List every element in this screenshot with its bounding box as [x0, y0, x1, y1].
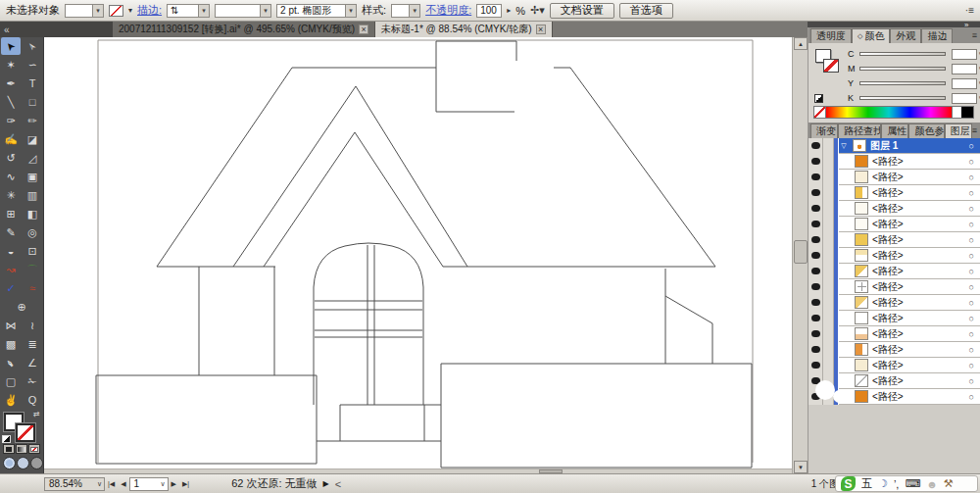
path-label[interactable]: <路径>: [872, 343, 904, 357]
path-label[interactable]: <路径>: [872, 312, 904, 325]
collapse-icon[interactable]: <: [335, 478, 341, 490]
target-icon[interactable]: ○: [969, 267, 974, 276]
full-screen-menu-mode-button[interactable]: [17, 457, 29, 469]
lock-toggle[interactable]: [823, 201, 834, 217]
lock-toggle[interactable]: [823, 358, 834, 373]
visibility-toggle[interactable]: [808, 279, 823, 295]
tab-透明度[interactable]: 透明度: [810, 28, 852, 43]
default-fill-stroke-icon[interactable]: [814, 94, 823, 103]
path-label[interactable]: <路径>: [872, 202, 904, 216]
live-paint-bucket-tool[interactable]: ◒: [1, 242, 21, 260]
measure-tool[interactable]: ✒: [1, 354, 21, 371]
path-row[interactable]: <路径>○: [808, 170, 980, 185]
type-tool[interactable]: T: [23, 74, 42, 92]
punctuation-toggle[interactable]: ’,: [894, 478, 900, 490]
target-icon[interactable]: ○: [969, 314, 974, 323]
knife-tool[interactable]: ✁: [23, 372, 42, 390]
stroke-swatch[interactable]: [16, 423, 35, 442]
path-label[interactable]: <路径>: [872, 374, 904, 388]
expand-icon[interactable]: ▶: [323, 479, 329, 488]
ime-mode-toggle[interactable]: 五: [861, 476, 872, 491]
channel-value-input[interactable]: [952, 49, 977, 60]
path-label[interactable]: <路径>: [872, 233, 904, 247]
visibility-toggle[interactable]: [808, 264, 823, 279]
live-paint-selection-tool[interactable]: ⊡: [23, 242, 42, 260]
path-label[interactable]: <路径>: [872, 155, 904, 169]
lock-toggle[interactable]: [823, 170, 834, 185]
path-row[interactable]: <路径>○: [808, 295, 980, 311]
path-label[interactable]: <路径>: [872, 327, 904, 341]
selection-column[interactable]: [834, 232, 839, 248]
tab-属性[interactable]: 属性: [881, 123, 908, 138]
selection-column[interactable]: [834, 217, 839, 232]
selection-column[interactable]: [834, 154, 839, 170]
selection-column[interactable]: [834, 326, 839, 342]
variable-width-dropdown[interactable]: ▾: [215, 4, 271, 18]
rectangle-tool[interactable]: □: [23, 93, 42, 111]
selection-column[interactable]: [834, 201, 839, 217]
full-screen-mode-button[interactable]: [30, 457, 43, 469]
chevron-down-icon[interactable]: ▾: [128, 6, 132, 15]
visibility-toggle[interactable]: [808, 232, 823, 248]
lock-toggle[interactable]: [823, 138, 834, 154]
first-page-icon[interactable]: |◀: [108, 480, 115, 488]
tab-路径查找[interactable]: 路径查找: [838, 123, 881, 138]
control-bar-menu-icon[interactable]: ·≡: [965, 5, 974, 16]
visibility-toggle[interactable]: [808, 295, 823, 311]
scroll-down-icon[interactable]: ▼: [794, 461, 808, 473]
magic-wand-tool[interactable]: ✶: [1, 56, 21, 74]
none-mode-button[interactable]: [28, 444, 40, 454]
pointer-options-icon[interactable]: ✢▾: [530, 4, 545, 17]
selection-column[interactable]: [834, 358, 839, 373]
preferences-button[interactable]: 首选项: [619, 3, 673, 19]
tab-外观[interactable]: 外观: [890, 28, 921, 43]
lock-toggle[interactable]: [823, 232, 834, 248]
eyedropper-tool[interactable]: ✎: [1, 223, 21, 241]
ruler-tool[interactable]: ∠: [23, 354, 42, 371]
lock-toggle[interactable]: [823, 311, 834, 326]
expander-icon[interactable]: ▽: [839, 142, 849, 150]
lock-toggle[interactable]: [823, 295, 834, 311]
tab-图层[interactable]: 图层: [945, 123, 972, 138]
channel-slider[interactable]: [859, 81, 946, 85]
lock-toggle[interactable]: [823, 248, 834, 264]
target-icon[interactable]: ○: [969, 204, 974, 214]
visibility-toggle[interactable]: [808, 138, 823, 154]
channel-slider[interactable]: [859, 52, 946, 56]
curvature-tool[interactable]: ✓: [1, 279, 21, 297]
close-icon[interactable]: ×: [359, 25, 368, 34]
gradient-tool[interactable]: ◧: [23, 205, 42, 222]
selection-tool[interactable]: ➤: [1, 37, 21, 55]
blend-tool[interactable]: ◎: [23, 223, 42, 241]
path-row[interactable]: <路径>○: [808, 154, 980, 170]
target-icon[interactable]: ○: [969, 282, 974, 292]
document-tab[interactable]: 200712111309152 [转换].ai* @ 495.65% (CMYK…: [113, 22, 375, 37]
visibility-toggle[interactable]: [808, 201, 823, 217]
lasso-tool[interactable]: ∽: [23, 56, 42, 74]
tab-描边[interactable]: 描边: [921, 28, 953, 43]
selection-column[interactable]: [834, 185, 839, 201]
none-swatch[interactable]: [814, 107, 826, 118]
last-page-icon[interactable]: ▶|: [182, 480, 189, 488]
path-row[interactable]: <路径>○: [808, 326, 980, 342]
path-label[interactable]: <路径>: [872, 280, 904, 294]
channel-value-input[interactable]: [952, 78, 977, 89]
path-label[interactable]: <路径>: [872, 171, 904, 184]
normal-screen-mode-button[interactable]: [3, 457, 16, 469]
hand-tool[interactable]: ✌: [1, 391, 21, 409]
stroke-weight-dropdown[interactable]: ⇅▾: [167, 4, 210, 18]
lock-toggle[interactable]: [823, 185, 834, 201]
target-icon[interactable]: ○: [969, 220, 974, 229]
color-panel-menu-icon[interactable]: ≡: [972, 30, 977, 40]
target-icon[interactable]: ○: [969, 141, 974, 151]
selection-column[interactable]: [834, 170, 839, 185]
document-tab[interactable]: 未标题-1* @ 88.54% (CMYK/轮廓)×: [375, 22, 553, 37]
selection-column[interactable]: [834, 373, 839, 389]
path-row[interactable]: <路径>○: [808, 185, 980, 201]
path-label[interactable]: <路径>: [872, 186, 904, 200]
lock-toggle[interactable]: [823, 154, 834, 170]
gradient-mode-button[interactable]: [16, 444, 27, 454]
paintbrush-tool[interactable]: ✑: [1, 112, 21, 129]
tab-渐变[interactable]: 渐变: [810, 123, 838, 138]
path-label[interactable]: <路径>: [872, 390, 904, 404]
